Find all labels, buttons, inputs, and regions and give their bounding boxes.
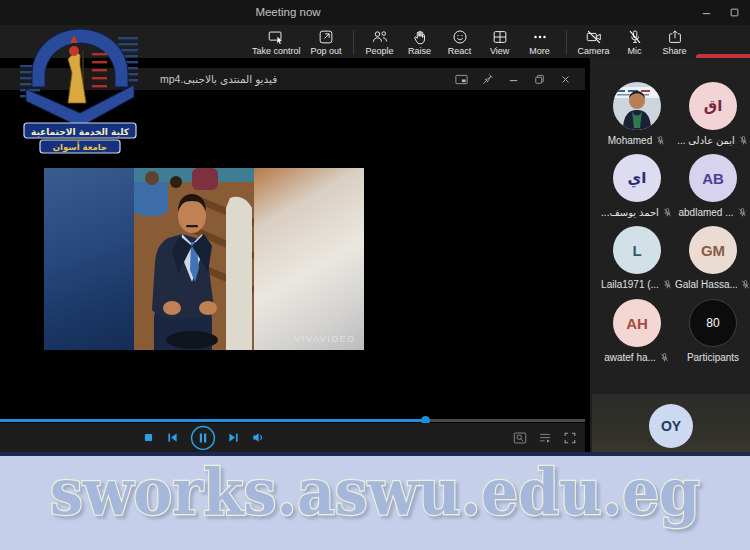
mic-muted-icon: [662, 207, 673, 218]
teams-meeting-window: Meeting now Take control Pop out People …: [0, 0, 750, 550]
playlist-icon[interactable]: [537, 430, 553, 446]
avatar: AH: [613, 299, 661, 347]
video-blur-left: [44, 168, 134, 350]
pin-icon[interactable]: [480, 72, 495, 87]
more-icon: [531, 28, 549, 46]
pop-out-icon: [317, 28, 335, 46]
toolbar-button-view[interactable]: View: [480, 25, 520, 58]
skip-previous-icon[interactable]: [165, 430, 180, 445]
participants-count: 80: [689, 299, 737, 347]
share-icon: [666, 28, 684, 46]
player-tool-controls: [512, 423, 578, 452]
minimize-icon[interactable]: [692, 0, 720, 25]
close-icon[interactable]: [558, 72, 573, 87]
participant-name: awatef ha...: [604, 352, 656, 363]
view-icon: [491, 28, 509, 46]
avatar: اق: [689, 82, 737, 130]
seek-bar-fill: [0, 419, 425, 422]
camera-off-icon: [585, 28, 603, 46]
mic-off-icon: [626, 28, 644, 46]
mic-muted-icon: [740, 279, 750, 290]
logo-banner-line1: كلية الخدمة الاجتماعية: [31, 127, 130, 137]
picture-in-picture-icon[interactable]: [454, 72, 469, 87]
toolbar-separator: [566, 30, 567, 54]
pharaoh-figure: [68, 35, 86, 103]
participant-name: ايمن عادلي ...: [677, 135, 735, 146]
mic-muted-icon: [737, 207, 748, 218]
video-blur-right: [254, 168, 364, 350]
participant-name: Galal Hassa...: [675, 279, 737, 290]
fullscreen-icon[interactable]: [562, 430, 578, 446]
stop-icon[interactable]: [142, 431, 155, 444]
toolbar-button-camera[interactable]: Camera: [573, 25, 615, 58]
zoom-select-icon[interactable]: [512, 430, 528, 446]
toolbar-button-mic[interactable]: Mic: [615, 25, 655, 58]
toolbar-buttons: Take control Pop out People Raise React …: [247, 25, 695, 58]
people-icon: [371, 28, 389, 46]
media-file-title: فيديو المنتدى بالاجنبى.mp4: [160, 68, 277, 90]
participant-tile-ايمن-عادلي[interactable]: اق ايمن عادلي ...: [676, 82, 750, 146]
mic-muted-icon: [662, 279, 673, 290]
mic-muted-icon: [738, 135, 749, 146]
toolbar-button-share[interactable]: Share: [655, 25, 695, 58]
vivavideo-watermark: VIVAVIDEO: [294, 334, 356, 344]
participant-tile-participants[interactable]: 80 Participants: [676, 299, 750, 363]
toolbar-button-raise[interactable]: Raise: [400, 25, 440, 58]
avatar: AB: [689, 154, 737, 202]
toolbar-button-more[interactable]: More: [520, 25, 560, 58]
participant-name: abdlamed ...: [678, 207, 733, 218]
take-control-icon: [267, 28, 285, 46]
mic-muted-icon: [659, 352, 670, 363]
toolbar-separator: [353, 30, 354, 54]
watermark-text: sworks.aswu.edu.eg: [50, 456, 700, 529]
window-title: Meeting now: [0, 0, 576, 25]
toolbar-button-react[interactable]: React: [440, 25, 480, 58]
minimize-icon[interactable]: [506, 72, 521, 87]
participant-tile-abdlamed[interactable]: AB abdlamed ...: [676, 154, 750, 218]
avatar: GM: [689, 226, 737, 274]
participant-tile-mohamed[interactable]: Mohamed: [600, 82, 674, 146]
player-transport-controls: [142, 423, 266, 452]
participant-tile-laila1971[interactable]: L Laila1971 (...: [600, 226, 674, 290]
video-photo: [134, 168, 254, 350]
volume-icon[interactable]: [251, 430, 266, 445]
avatar-initials: OY: [649, 404, 693, 448]
avatar: L: [613, 226, 661, 274]
participant-tile-galal-hassa[interactable]: GM Galal Hassa...: [676, 226, 750, 290]
raise-hand-icon: [411, 28, 429, 46]
participant-tile-احمد-يوسف[interactable]: اي احمد يوسف...: [600, 154, 674, 218]
participant-photo-avatar: [613, 82, 661, 130]
restore-icon[interactable]: [532, 72, 547, 87]
participant-tile-awatef-ha[interactable]: AH awatef ha...: [600, 299, 674, 363]
player-control-bar: [0, 423, 585, 452]
toolbar-button-take-control[interactable]: Take control: [247, 25, 306, 58]
window-titlebar: Meeting now: [0, 0, 750, 25]
faculty-logo: كلية الخدمة الاجتماعية جامعة أسوان: [18, 25, 142, 155]
window-controls: [692, 0, 748, 25]
video-content: VIVAVIDEO: [44, 168, 364, 350]
logo-banner-line2: جامعة أسوان: [53, 141, 107, 153]
watermark-banner: sworks.aswu.edu.eg: [0, 452, 750, 550]
participants-sidebar: Mohamed اق ايمن عادلي ... اي احمد يوسف..…: [590, 58, 750, 452]
skip-next-icon[interactable]: [226, 430, 241, 445]
participant-name: Mohamed: [608, 135, 652, 146]
pause-icon[interactable]: [190, 425, 216, 451]
maximize-icon[interactable]: [720, 0, 748, 25]
react-icon: [451, 28, 469, 46]
participant-name: Laila1971 (...: [601, 279, 659, 290]
avatar: اي: [613, 154, 661, 202]
participant-name: احمد يوسف...: [601, 207, 659, 218]
toolbar-button-pop-out[interactable]: Pop out: [306, 25, 347, 58]
toolbar-button-people[interactable]: People: [360, 25, 400, 58]
media-player-window-controls: [454, 68, 573, 90]
participant-name: Participants: [687, 352, 739, 363]
mic-muted-icon: [655, 135, 666, 146]
seek-bar[interactable]: [0, 419, 585, 422]
